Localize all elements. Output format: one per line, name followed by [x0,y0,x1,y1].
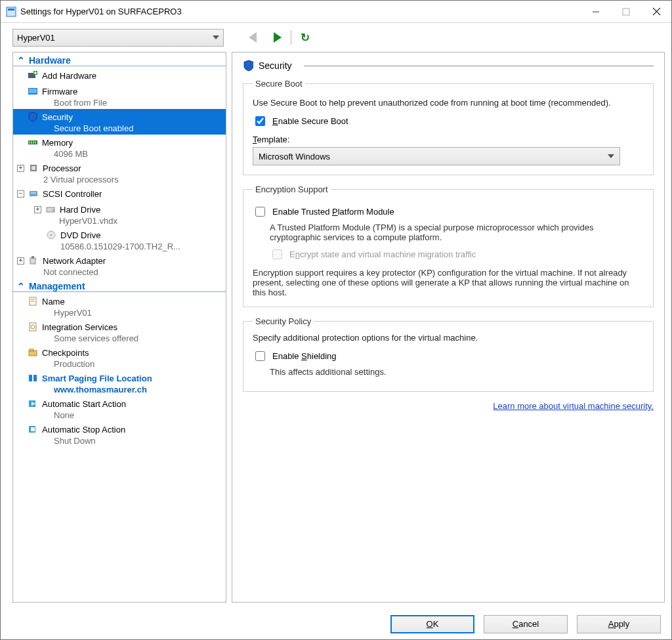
tree-security[interactable]: Security Secure Boot enabled [13,109,226,135]
auto-stop-icon [28,424,38,435]
encrypt-state-label: Encrypt state and virtual machine migrat… [289,249,476,259]
svg-rect-11 [29,89,37,93]
encryption-legend: Encryption Support [253,184,331,194]
vm-selector-dropdown[interactable]: HyperV01 [12,29,224,47]
tree-label: Automatic Start Action [42,399,126,409]
tree-memory[interactable]: Memory 4096 MB [13,135,226,160]
chevron-down-icon [213,35,219,39]
enable-tpm-label: Enable Trusted Platform Module [272,207,394,217]
tree-name[interactable]: Name HyperV01 [13,293,226,319]
tree-checkpoints[interactable]: Checkpoints Production [13,345,226,370]
auto-start-icon [28,398,38,409]
enable-secure-boot-input[interactable] [255,116,265,126]
tree-sub: 2 Virtual processors [17,175,222,184]
tpm-desc: A Trusted Platform Module (TPM) is a spe… [270,223,644,242]
learn-more-link[interactable]: Learn more about virtual machine securit… [493,401,654,411]
svg-rect-20 [31,192,36,194]
tree-sub: HyperV01 [28,308,222,318]
memory-icon [28,137,38,148]
tree-nic[interactable]: + Network Adapter Not connected [13,253,226,278]
tree-sub: Boot from File [28,98,222,108]
tree-auto-start[interactable]: Automatic Start Action None [13,396,226,421]
tree-sub: 4096 MB [28,149,222,159]
svg-rect-26 [32,256,34,259]
expand-icon[interactable]: + [17,257,24,265]
secure-boot-group: Secure Boot Use Secure Boot to help prev… [243,79,654,175]
cancel-button[interactable]: Cancel [484,615,568,633]
tree-label: Add Hardware [42,71,96,81]
enable-secure-boot-checkbox[interactable]: Enable Secure Boot [253,114,644,128]
tree-sub: HyperV01.vhdx [34,216,222,226]
tree-label: Integration Services [42,322,117,332]
nav-forward-button[interactable] [274,32,282,43]
tree-sub: Production [28,359,222,369]
shield-icon [28,112,38,122]
settings-tree[interactable]: ⌃ Hardware Add Hardware Firmware Boot fr… [12,52,226,603]
tree-label: Processor [43,163,81,173]
panel-title-text: Security [259,60,292,71]
name-icon [28,296,38,307]
shield-icon [243,60,253,71]
tree-label: Checkpoints [42,348,89,358]
tree-label: Firmware [42,87,77,96]
vm-selector-value: HyperV01 [17,33,55,43]
hardware-section-header[interactable]: ⌃ Hardware [13,53,226,66]
tree-smart-paging[interactable]: Smart Paging File Location www.thomasmau… [13,370,226,396]
svg-rect-25 [30,258,35,264]
tree-dvd[interactable]: DVD Drive 10586.0.151029-1700.TH2_R... [13,227,226,253]
tree-sub: www.thomasmaurer.ch [28,385,222,395]
window-title: Settings for HyperV01 on SURFACEPRO3 [20,7,182,16]
svg-rect-14 [31,141,32,144]
policy-desc: Specify additional protection options fo… [253,333,644,343]
svg-rect-39 [31,427,35,431]
dvd-icon [46,230,56,240]
nic-icon [28,255,39,266]
enable-tpm-checkbox[interactable]: Enable Trusted Platform Module [253,205,644,219]
enable-shielding-label: Enable Shielding [272,351,337,361]
tree-auto-stop[interactable]: Automatic Stop Action Shut Down [13,421,226,447]
policy-group: Security Policy Specify additional prote… [243,316,654,392]
title-bar: Settings for HyperV01 on SURFACEPRO3 [1,1,671,23]
paging-icon [28,373,38,383]
close-button[interactable] [641,1,671,23]
learn-more: Learn more about virtual machine securit… [243,401,654,411]
nav-back-button[interactable] [249,32,257,43]
refresh-icon[interactable]: ↻ [301,31,310,45]
tree-add-hardware[interactable]: Add Hardware [13,68,226,83]
toolbar: HyperV01 ↻ [1,23,671,52]
minimize-button[interactable] [581,1,611,23]
secure-boot-desc: Use Secure Boot to help prevent unauthor… [253,98,644,108]
svg-rect-33 [30,349,33,351]
hard-drive-icon [45,204,56,215]
checkpoints-icon [28,347,38,358]
tree-firmware[interactable]: Firmware Boot from File [13,83,226,109]
maximize-button[interactable] [611,1,641,23]
hardware-section-label: Hardware [29,55,71,66]
ok-button[interactable]: OK [390,615,474,633]
encrypt-state-checkbox: Encrypt state and virtual machine migrat… [270,247,644,261]
apply-button[interactable]: Apply [577,615,661,633]
tree-label: Network Adapter [43,256,106,266]
chevron-up-icon: ⌃ [17,281,25,291]
tree-integration[interactable]: Integration Services Some services offer… [13,319,226,345]
tree-scsi[interactable]: − SCSI Controller [13,186,226,202]
enable-shielding-input[interactable] [255,351,265,361]
policy-legend: Security Policy [253,316,314,326]
expand-icon[interactable]: + [17,165,24,172]
firmware-icon [28,86,38,96]
shielding-note: This affects additional settings. [270,367,644,377]
dialog-buttons: OK Cancel Apply [1,608,671,639]
enable-tpm-input[interactable] [255,207,265,217]
collapse-icon[interactable]: − [17,190,24,198]
kp-note: Encryption support requires a key protec… [253,268,644,297]
enable-shielding-checkbox[interactable]: Enable Shielding [253,349,644,363]
tree-hdd[interactable]: + Hard Drive HyperV01.vhdx [13,202,226,227]
enable-secure-boot-label: Enable Secure Boot [272,116,348,126]
management-section-header[interactable]: ⌃ Management [13,278,226,292]
template-dropdown[interactable]: Microsoft Windows [253,147,620,165]
management-section-label: Management [29,281,85,291]
svg-rect-35 [33,375,37,381]
expand-icon[interactable]: + [34,206,41,213]
tree-processor[interactable]: + Processor 2 Virtual processors [13,160,226,186]
tree-sub: Some services offered [28,333,222,343]
